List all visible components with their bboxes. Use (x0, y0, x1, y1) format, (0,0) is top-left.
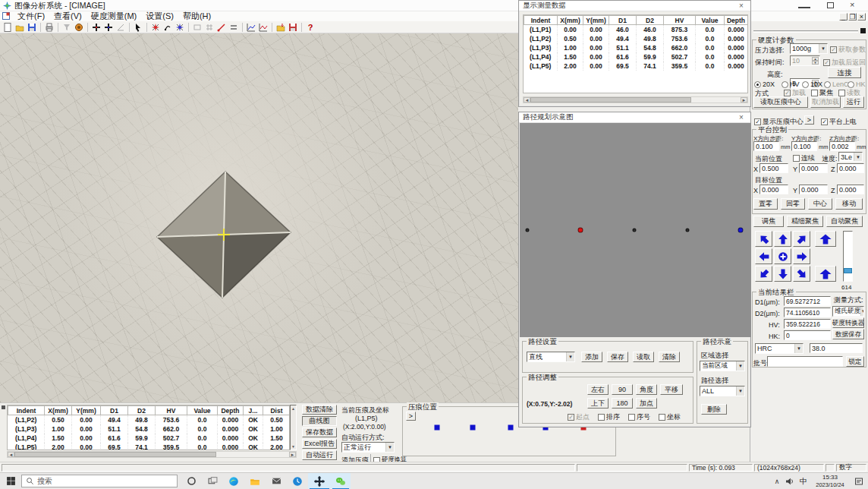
close-icon[interactable]: × (736, 113, 747, 121)
new-icon[interactable] (2, 22, 14, 33)
file-explorer-button[interactable] (244, 473, 266, 489)
d2-field[interactable]: 74.1105610 (784, 308, 831, 317)
indent-mark-blue-icon[interactable] (174, 22, 186, 33)
child-restore-button[interactable]: ❐ (848, 13, 857, 21)
flip-ud-button[interactable]: 上下 (587, 398, 609, 409)
draw-line-icon[interactable] (162, 22, 174, 33)
table-row[interactable]: (L1,P5)2.000.0069.574.1359.50.00.000 (524, 62, 748, 71)
table-row[interactable]: (L1,P4)1.500.0061.659.9502.70.00.000OK1.… (8, 434, 291, 443)
current-z-field[interactable]: 0.000 (837, 163, 864, 173)
center-button[interactable]: 中心 (808, 198, 832, 210)
help-icon[interactable]: ? (304, 22, 316, 33)
move-button[interactable]: 移动 (835, 198, 863, 210)
cancel-load-button[interactable]: 取消加载 (810, 96, 841, 108)
current-y-field[interactable]: 0.000 (799, 163, 828, 173)
table-row[interactable]: (L1,P2)0.500.0049.449.8753.60.00.000 (524, 34, 748, 43)
child-minimize-button[interactable]: _ (839, 13, 848, 21)
delete-button[interactable]: 删除 (701, 404, 727, 415)
taskbar-clock[interactable]: 15:33 2023/10/24 (810, 473, 850, 489)
parallel-lines-icon[interactable] (228, 22, 240, 33)
window-titlebar[interactable]: 路径规划示意图 × (519, 112, 750, 123)
menu-settings[interactable]: 设置(S) (141, 11, 178, 21)
edge-button[interactable] (223, 473, 244, 489)
continuous-checkbox[interactable]: 连续 (793, 153, 815, 163)
y-step-field[interactable]: 0.100 (791, 141, 817, 151)
results-table[interactable]: IndentX(mm)Y(mm)D1D2HVValueDepthJ...Dist… (8, 405, 290, 450)
fine-focus-button[interactable]: 精细聚焦 (787, 216, 823, 227)
volume-button[interactable] (783, 473, 797, 489)
indent-marker-2[interactable] (470, 425, 476, 431)
save-icon[interactable] (26, 22, 38, 33)
pan-button[interactable]: 平移 (660, 384, 683, 395)
path-load-button[interactable]: 读取 (633, 352, 654, 362)
menu-file[interactable]: 文件(F) (13, 11, 49, 21)
indent-mark-red-icon[interactable] (149, 22, 162, 33)
column-header[interactable]: Depth (725, 16, 748, 25)
z-slider[interactable] (843, 231, 853, 282)
hk-field[interactable]: 0 (784, 330, 831, 340)
excel-report-button[interactable]: Excel报告 (302, 439, 337, 449)
window-titlebar[interactable]: 显示测量数据 × (519, 1, 750, 11)
table-row[interactable]: (L1,P3)1.000.0051.154.8662.00.00.000 (524, 43, 748, 52)
sort-checkbox[interactable]: 排序 (598, 412, 620, 422)
child-close-button[interactable]: × (857, 13, 866, 21)
path-canvas[interactable] (520, 123, 751, 337)
z-down-button[interactable] (815, 266, 836, 282)
rotate-90-button[interactable]: 90 (612, 384, 633, 395)
indent-marker-3[interactable] (508, 425, 514, 431)
angle-button[interactable]: 角度 (636, 384, 657, 395)
path-point-4[interactable] (686, 229, 690, 232)
coord-checkbox[interactable]: 坐标 (659, 412, 681, 422)
connect-button[interactable]: 连接 (828, 67, 861, 78)
save-report-icon[interactable] (287, 22, 299, 33)
column-header[interactable]: D2 (128, 406, 156, 415)
batch-input[interactable] (767, 356, 843, 367)
table-row[interactable]: (L1,P4)1.500.0061.659.9502.70.00.000 (524, 52, 748, 62)
move-up-right-button[interactable] (793, 231, 810, 247)
column-header[interactable]: Depth (218, 406, 244, 415)
move-down-left-button[interactable] (755, 266, 772, 282)
move-up-left-button[interactable] (755, 231, 772, 247)
lock-button[interactable]: 锁定 (846, 356, 864, 367)
radio-10x[interactable]: 10X (802, 80, 822, 88)
curve-chart-button[interactable]: 曲线图 (302, 416, 337, 426)
read-indent-center-button[interactable]: 读取压痕中心 (753, 96, 808, 108)
restore-button[interactable] (827, 2, 834, 8)
scale-select[interactable]: HRC▼ (755, 343, 804, 354)
hardness-converter-button[interactable]: 硬度转换器 (832, 317, 864, 328)
current-x-field[interactable]: 0.500 (760, 163, 788, 173)
column-header[interactable]: HV (664, 16, 696, 25)
ime-indicator[interactable]: 中 (797, 473, 810, 489)
save-data-button[interactable]: 数据保存 (832, 329, 864, 339)
column-header[interactable]: Dist (263, 406, 291, 415)
start-button[interactable] (0, 473, 21, 489)
rotate-180-button[interactable]: 180 (612, 398, 633, 409)
expand-button[interactable]: > (804, 115, 814, 125)
microscope-image[interactable] (0, 33, 518, 402)
z-slider-handle[interactable] (844, 268, 852, 273)
search-input[interactable]: 搜索 (21, 475, 178, 487)
column-header[interactable]: Value (187, 406, 218, 415)
print-icon[interactable] (43, 22, 55, 33)
measure-mode-select[interactable]: 维氏硬度▼ (832, 306, 864, 317)
camera-icon[interactable] (73, 22, 85, 33)
close-icon[interactable]: × (736, 2, 747, 10)
column-header[interactable]: Y(mm) (583, 16, 609, 25)
target-y-field[interactable]: 0.000 (799, 185, 828, 194)
radio-hv[interactable]: HV (782, 80, 800, 88)
move-down-right-button[interactable] (793, 266, 810, 282)
move-up-button[interactable] (774, 231, 791, 247)
radio-lenc[interactable]: LenC (824, 80, 849, 88)
table-vscroll[interactable]: ▲ ▼ (290, 405, 297, 450)
minimize-button[interactable] (798, 6, 810, 8)
panel-splitter[interactable] (753, 30, 858, 33)
region-select[interactable]: 当前区域▼ (700, 361, 745, 371)
move-right-button[interactable] (793, 248, 810, 264)
radio-20x[interactable]: 20X (754, 80, 775, 88)
path-add-button[interactable]: 添加 (581, 352, 602, 362)
target-z-field[interactable]: 0.000 (837, 185, 864, 194)
focus-adjust-button[interactable]: 调焦 (753, 216, 784, 227)
zero-button[interactable]: 置零 (753, 198, 778, 210)
move-cross-2-icon[interactable] (102, 22, 115, 33)
column-header[interactable]: D1 (609, 16, 637, 25)
